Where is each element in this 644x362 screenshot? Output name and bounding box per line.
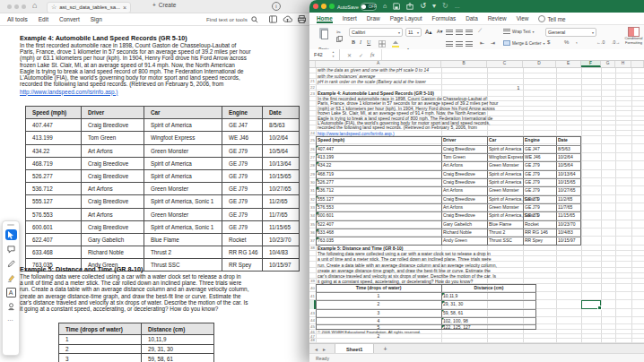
window-minimize-icon[interactable] — [321, 4, 326, 9]
column-header-C[interactable]: C — [487, 60, 523, 67]
increase-indent-icon[interactable]: ⇥ — [491, 39, 495, 46]
comment-tool-button[interactable] — [5, 244, 17, 254]
share-icon[interactable] — [406, 3, 413, 10]
column-header-A[interactable]: A — [316, 60, 441, 67]
excel-cell[interactable]: 1 — [378, 292, 380, 300]
window-close-icon[interactable] — [313, 4, 318, 9]
excel-cell[interactable]: Tom Green — [443, 153, 466, 161]
cut-icon[interactable]: ✂ — [336, 29, 341, 35]
excel-cell[interactable]: Car — [489, 136, 496, 144]
row-number[interactable]: 25 — [309, 136, 315, 144]
excel-cell[interactable]: Andy Green — [443, 237, 467, 245]
row-number[interactable]: 30 — [309, 178, 315, 186]
excel-cell[interactable]: GE J79 — [525, 211, 540, 220]
find-tools-search[interactable]: Find text or tools — [206, 13, 258, 25]
excel-cell[interactable]: Wingfoot Express — [489, 153, 524, 161]
excel-cell[interactable]: 10,11,9 — [443, 292, 457, 300]
side-panel-icon[interactable] — [269, 15, 277, 23]
excel-cell[interactable]: 11/15/65 — [558, 211, 575, 220]
home-icon[interactable]: ⌂ — [32, 1, 37, 10]
align-left-icon[interactable] — [446, 41, 453, 47]
window-zoom-icon[interactable] — [22, 4, 26, 9]
menu-item-draw[interactable]: Draw — [367, 15, 380, 22]
excel-cell[interactable]: 11/7/65 — [558, 203, 572, 211]
pen-tool-button[interactable] — [5, 258, 17, 269]
align-top-icon[interactable] — [446, 30, 453, 35]
bold-button[interactable]: B — [352, 39, 355, 45]
close-tab-icon[interactable]: × — [123, 4, 126, 11]
wrap-text-button[interactable]: Wrap Text ▾ — [503, 29, 535, 34]
excel-cell[interactable]: 526.277 — [318, 178, 334, 186]
excel-cell[interactable]: Art Arfons — [443, 203, 463, 211]
fill-color-button[interactable] — [392, 40, 399, 47]
window-zoom-icon[interactable] — [329, 4, 335, 9]
column-header-corner[interactable] — [309, 60, 316, 67]
menu-item-insert[interactable]: Insert — [343, 15, 357, 22]
excel-cell[interactable]: Distance (cm) — [474, 284, 504, 292]
info-icon[interactable]: i — [272, 2, 281, 11]
textbox-tool-button[interactable]: A — [5, 287, 17, 297]
window-close-icon[interactable] — [7, 4, 12, 9]
decrease-decimal-icon[interactable]: .0→ — [612, 39, 620, 45]
font-size-select[interactable]: 11 ▾ — [405, 28, 422, 37]
excel-cell[interactable]: 576.553 — [318, 203, 334, 211]
menu-item-all-tools[interactable]: All tools — [7, 16, 28, 22]
menu-item-home[interactable]: Home — [317, 15, 333, 22]
excel-cell[interactable]: 555.127 — [318, 195, 334, 203]
number-format-select[interactable]: General ▾ — [545, 28, 596, 37]
excel-cell[interactable]: RR RG 146 — [525, 228, 548, 237]
excel-cell[interactable]: 633.468 — [318, 228, 334, 237]
excel-cell[interactable]: 10/5/64 — [558, 161, 573, 169]
menu-item-sign[interactable]: Sign — [91, 16, 102, 22]
excel-cell[interactable]: GE J79 — [525, 161, 540, 169]
cloud-upload-icon[interactable] — [283, 15, 292, 23]
row-number[interactable]: 34 — [309, 211, 315, 220]
name-box[interactable]: F42 — [309, 49, 340, 60]
excel-cell[interactable]: GE J79 — [525, 170, 540, 178]
percent-format-icon[interactable]: % — [564, 39, 569, 45]
selected-cell-F42[interactable] — [581, 300, 601, 308]
align-center-icon[interactable] — [456, 41, 463, 47]
column-header-F[interactable]: F — [581, 60, 601, 67]
excel-cell[interactable]: Craig Breedlove — [443, 145, 475, 153]
column-header-E[interactable]: E — [556, 60, 581, 67]
enter-icon[interactable]: ✓ — [359, 52, 363, 58]
excel-cell[interactable]: 59, 58, 61 — [443, 309, 463, 317]
row-number[interactable]: 44 — [309, 317, 315, 325]
borders-icon[interactable] — [379, 40, 386, 47]
highlighter-tool-button[interactable] — [5, 272, 17, 283]
comma-format-icon[interactable]: , — [576, 39, 578, 44]
excel-cell[interactable]: 11/2/65 — [558, 195, 572, 203]
row-number[interactable]: 29 — [309, 170, 315, 178]
conditional-formatting-button[interactable]: Conditional Formatting — [623, 27, 644, 45]
excel-cell[interactable]: 29, 31, 30 — [443, 300, 463, 308]
excel-cell[interactable]: Art Arfons — [443, 186, 463, 194]
excel-cell[interactable]: 2 — [378, 300, 380, 308]
excel-cell[interactable]: Example 5: Distance and Time (GR 8-10) — [318, 246, 404, 252]
row-number[interactable]: 43 — [309, 309, 315, 317]
next-sheet-icon[interactable]: ▸ — [323, 346, 326, 352]
excel-cell[interactable]: Green Monster — [489, 161, 518, 169]
excel-cell[interactable]: Blue Flame — [489, 220, 511, 228]
excel-cell[interactable]: GE J47 — [525, 145, 540, 153]
autosave-toggle[interactable]: AutoSave OFF — [337, 3, 377, 11]
menu-item-tell-me[interactable]: Tell me — [538, 15, 565, 22]
menu-item-page-layout[interactable]: Page Layout — [390, 15, 422, 22]
excel-cell[interactable]: 4 — [378, 317, 380, 325]
underline-button[interactable]: U — [367, 39, 370, 45]
excel-cell[interactable]: Engine — [525, 136, 540, 144]
menu-item-convert[interactable]: Convert — [59, 16, 80, 22]
landspeed-link[interactable]: http://www.landspeed.com/lsrinfo.asp.) — [20, 89, 117, 95]
column-header-corner[interactable] — [631, 60, 644, 67]
row-number[interactable]: 26 — [309, 145, 315, 153]
row-number[interactable]: 31 — [309, 186, 315, 194]
decrease-indent-icon[interactable]: ⇤ — [480, 39, 484, 46]
excel-cell[interactable]: 10/15/65 — [558, 178, 575, 186]
insert-function-icon[interactable]: fx — [370, 52, 374, 57]
excel-cell[interactable]: Time (drops of water) — [356, 284, 402, 292]
excel-cell[interactable]: Green Monster — [489, 203, 518, 211]
currency-format-icon[interactable]: $ — [547, 39, 550, 45]
excel-cell[interactable]: 10/15/97 — [558, 237, 575, 245]
row-number[interactable]: 41 — [309, 292, 315, 300]
row-number[interactable]: 27 — [309, 153, 315, 161]
